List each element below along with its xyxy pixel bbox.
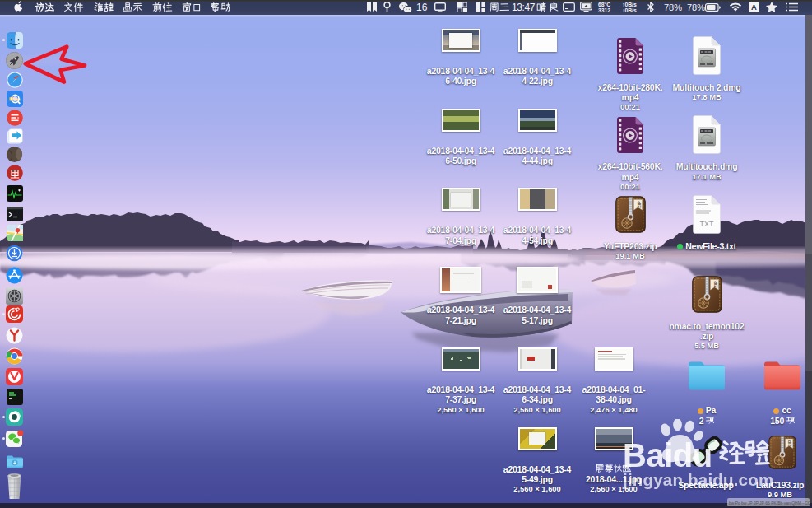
svg-text:A: A	[751, 2, 757, 12]
